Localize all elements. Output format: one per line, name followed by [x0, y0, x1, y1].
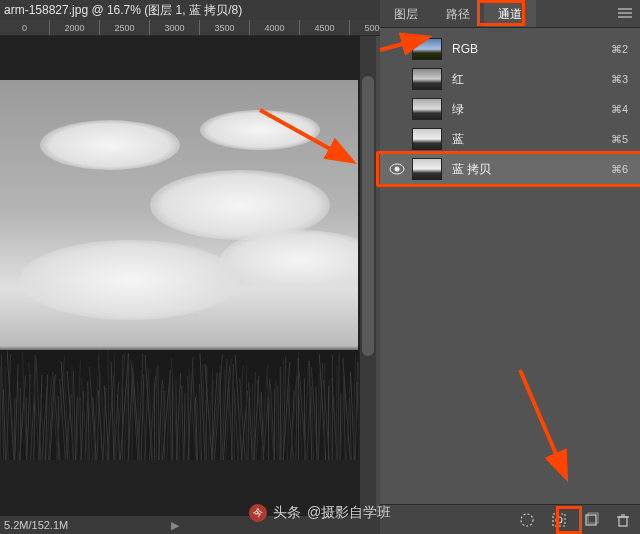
channel-row-blue[interactable]: 蓝 ⌘5	[380, 124, 640, 154]
channel-thumbnail	[412, 158, 442, 180]
delete-channel-icon[interactable]	[614, 511, 632, 529]
visibility-toggle[interactable]	[388, 40, 406, 58]
tab-paths[interactable]: 路径	[432, 0, 484, 27]
channel-thumbnail	[412, 128, 442, 150]
ruler-tick: 2500	[100, 20, 150, 35]
svg-point-7	[556, 517, 562, 523]
channel-name: 蓝 拷贝	[452, 161, 611, 178]
document-image	[0, 80, 358, 460]
tab-layers[interactable]: 图层	[380, 0, 432, 27]
channel-shortcut: ⌘6	[611, 163, 628, 176]
channel-shortcut: ⌘3	[611, 73, 628, 86]
canvas-vertical-scrollbar[interactable]	[360, 36, 376, 516]
panel-footer	[380, 504, 640, 534]
ruler-horizontal: 0 2000 2500 3000 3500 4000 4500 5000	[0, 20, 380, 36]
channel-thumbnail	[412, 38, 442, 60]
save-selection-icon[interactable]	[550, 511, 568, 529]
panel-tab-bar: 图层 路径 通道	[380, 0, 640, 28]
channel-thumbnail	[412, 98, 442, 120]
visibility-toggle[interactable]	[388, 130, 406, 148]
scrollbar-thumb[interactable]	[362, 76, 374, 356]
watermark-prefix: 头条	[273, 504, 301, 522]
channels-panel: 图层 路径 通道 RGB ⌘2 红 ⌘3 绿 ⌘4	[380, 0, 640, 534]
ruler-tick: 4000	[250, 20, 300, 35]
document-title: arm-158827.jpg @ 16.7% (图层 1, 蓝 拷贝/8)	[0, 0, 380, 20]
channel-row-rgb[interactable]: RGB ⌘2	[380, 34, 640, 64]
ruler-tick: 5000	[350, 20, 380, 35]
ruler-tick: 3000	[150, 20, 200, 35]
svg-rect-6	[553, 514, 565, 526]
channel-name: 绿	[452, 101, 611, 118]
svg-point-5	[521, 514, 533, 526]
channel-row-blue-copy[interactable]: 蓝 拷贝 ⌘6	[380, 154, 640, 184]
channel-thumbnail	[412, 68, 442, 90]
tab-channels[interactable]: 通道	[484, 0, 536, 27]
watermark: 今 头条 @摄影自学班	[249, 504, 391, 522]
svg-rect-10	[619, 517, 627, 526]
visibility-toggle[interactable]	[388, 70, 406, 88]
ruler-tick: 4500	[300, 20, 350, 35]
load-selection-icon[interactable]	[518, 511, 536, 529]
watermark-handle: @摄影自学班	[307, 504, 391, 522]
canvas-area[interactable]	[0, 36, 360, 516]
channel-name: 红	[452, 71, 611, 88]
channel-shortcut: ⌘2	[611, 43, 628, 56]
svg-point-4	[395, 167, 400, 172]
channel-row-green[interactable]: 绿 ⌘4	[380, 94, 640, 124]
status-doc-size: 5.2M/152.1M	[4, 519, 68, 531]
ruler-tick: 2000	[50, 20, 100, 35]
channel-list: RGB ⌘2 红 ⌘3 绿 ⌘4 蓝 ⌘5	[380, 28, 640, 504]
visibility-toggle[interactable]	[388, 100, 406, 118]
panel-menu-icon[interactable]	[616, 6, 634, 20]
channel-row-red[interactable]: 红 ⌘3	[380, 64, 640, 94]
channel-shortcut: ⌘5	[611, 133, 628, 146]
ruler-tick: 0	[0, 20, 50, 35]
ruler-tick: 3500	[200, 20, 250, 35]
channel-name: 蓝	[452, 131, 611, 148]
channel-name: RGB	[452, 42, 611, 56]
visibility-toggle[interactable]	[388, 160, 406, 178]
watermark-logo-icon: 今	[249, 504, 267, 522]
status-arrow-icon[interactable]: ▶	[171, 519, 179, 531]
new-channel-icon[interactable]	[582, 511, 600, 529]
channel-shortcut: ⌘4	[611, 103, 628, 116]
